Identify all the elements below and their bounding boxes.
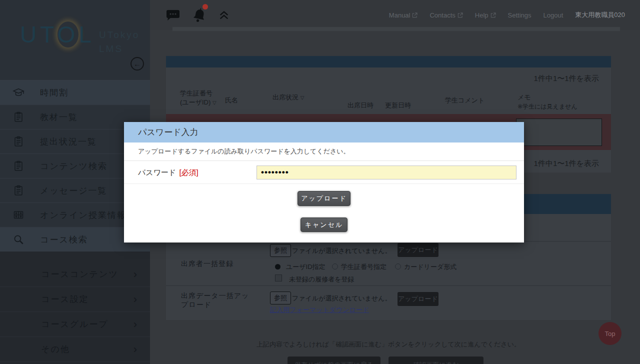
required-badge: [必須] [179,168,198,176]
collapse-up-icon[interactable] [218,10,230,20]
browse-file-button[interactable]: 参照 [270,292,291,304]
chevron-right-icon: › [134,293,138,306]
upload-button[interactable]: アップロード [398,243,438,257]
logo-subtitle-line1: UTokyo [99,28,140,42]
back-arrow-icon: ← [134,60,141,68]
modal-title: パスワード入力 [124,122,524,142]
modal-upload-button[interactable]: アップロード [298,191,350,206]
radio-card-reader-label[interactable]: カードリーダ形式 [404,262,456,272]
logged-in-user-name: 東大用教職員020 [575,10,625,20]
graduation-cap-icon [10,86,27,98]
logo-text-2: L [78,22,95,48]
contacts-link[interactable]: Contacts [430,12,462,19]
logout-link-label: Logout [544,12,564,19]
bulk-upload-row: 出席データ一括アッ プロード 参照 ファイルが選択されていません。 アップロード… [166,286,611,320]
manual-link-label: Manual [389,12,410,19]
clipboard-icon [10,136,27,148]
sidebar-item-course-group[interactable]: コースグループ › [0,312,150,337]
column-header-update-time: 更新日時 [385,101,411,110]
help-link[interactable]: Help [475,12,496,19]
checkbox-register-unregistered[interactable] [275,274,282,282]
sidebar-item-course-settings[interactable]: コース設定 › [0,287,150,312]
clipboard-icon [10,184,27,196]
password-field-label: パスワード[必須] [138,168,198,178]
sidebar-item-others[interactable]: その他 › [0,337,150,362]
video-grid-icon [10,209,27,221]
magnifier-icon [10,233,27,246]
chat-icon[interactable] [166,8,180,22]
modal-form-row: パスワード[必須] [124,161,524,184]
no-file-selected-text: ファイルが選択されていません。 [292,294,392,303]
chevron-right-icon: › [134,343,138,356]
confirm-instruction-text: 上記内容でよろしければ「確認画面に進む」ボタンをクリックして次に進んでください。 [166,340,611,349]
memo-note: ※学生には見えません [518,102,578,111]
section-header-bar [166,56,611,68]
format-download-link[interactable]: 記入用フォーマットダウンロード [270,306,369,314]
radio-user-id-selected[interactable] [275,264,280,270]
sidebar-item-label: その他 [41,344,70,355]
back-without-save-button[interactable]: 保存せずに前の画面に戻る [288,356,380,364]
top-bar-links: Manual Contacts Help Settings Logout 東大用… [389,0,625,30]
logo-subtitle: UTokyo LMS [99,28,140,56]
manual-link[interactable]: Manual [389,12,418,19]
column-header-student-id[interactable]: 学生証番号 (ユーザID) ▽ [180,89,216,108]
notification-bell-icon[interactable] [191,6,207,24]
sidebar-item-course-contents[interactable]: コースコンテンツ › [0,262,150,287]
notification-badge [202,4,208,10]
chevron-right-icon: › [134,318,138,331]
column-header-status[interactable]: 出席状況 ▽ [272,93,304,102]
radio-user-id-label[interactable]: ユーザID指定 [286,262,326,272]
external-link-icon [412,12,418,18]
external-link-icon [490,12,496,18]
upload-button[interactable]: アップロード [398,292,438,306]
top-bar: Manual Contacts Help Settings Logout 東大用… [150,0,640,30]
modal-button-area: アップロード キャンセル [124,184,524,242]
sidebar-item-label: コース検索 [40,234,88,246]
bulk-upload-label-line2: プロード [181,300,212,310]
column-header-name: 氏名 [225,96,238,105]
sidebar-item-label: コンテンツ検索 [40,160,108,172]
settings-link[interactable]: Settings [508,12,532,19]
modal-cancel-button[interactable]: キャンセル [300,218,348,232]
column-header-line: メモ [518,93,578,102]
top-bar-icons [166,0,230,30]
password-input-modal: パスワード入力 アップロードするファイルの読み取りパスワードを入力してください。… [124,122,524,242]
sort-down-icon: ▽ [212,100,216,106]
sidebar-item-label: コースグループ [41,318,108,330]
bulk-register-row: 出席者一括登録 参照 ファイルが選択されていません。 アップロード ユーザID指… [166,241,611,286]
checkbox-register-unregistered-label[interactable]: 未登録の履修者を登録 [289,275,354,284]
radio-student-no-label[interactable]: 学生証番号指定 [341,262,386,272]
browse-file-button[interactable]: 参照 [270,244,291,257]
column-header-line: 出席状況 [272,94,298,101]
help-link-label: Help [475,12,488,19]
column-header-memo: メモ ※学生には見えません [518,93,578,111]
radio-card-reader[interactable] [395,264,401,270]
logo-text: UT [20,22,58,48]
column-header-student-comment: 学生コメント [445,96,484,105]
column-header-line: (ユーザID) [180,98,210,106]
sort-down-icon: ▽ [300,95,304,100]
sidebar-collapse-button[interactable]: ← [130,57,144,70]
sidebar-item-timetable[interactable]: 時間割 [0,80,150,105]
sidebar-item-label: コース設定 [41,294,89,305]
scroll-to-top-button[interactable]: Top [598,322,622,345]
contacts-link-label: Contacts [430,12,455,19]
bulk-upload-label-line1: 出席データ一括アッ [181,292,249,300]
modal-description: アップロードするファイルの読み取りパスワードを入力してください。 [124,142,524,161]
sidebar-item-label: 教材一覧 [40,112,78,123]
memo-textarea[interactable] [516,118,602,146]
sidebar-item-label: 時間割 [40,87,68,98]
scrolled-panel-edge [172,27,620,31]
radio-student-no[interactable] [332,264,338,270]
bulk-register-label: 出席者一括登録 [181,260,234,268]
logo-subtitle-line2: LMS [99,42,140,56]
sidebar-item-label: コースコンテンツ [41,268,118,280]
sidebar-item-label: オンライン授業情報 [40,210,126,221]
clipboard-icon [10,160,27,172]
logo-o-highlight: O [58,22,79,48]
go-to-confirm-button[interactable]: 確認画面に進む [388,356,484,364]
pagination-info-bottom: 1件中1〜1件を表示 [534,159,599,168]
password-input[interactable] [256,166,516,180]
sidebar-divider [0,252,150,262]
logout-link[interactable]: Logout [544,12,564,19]
